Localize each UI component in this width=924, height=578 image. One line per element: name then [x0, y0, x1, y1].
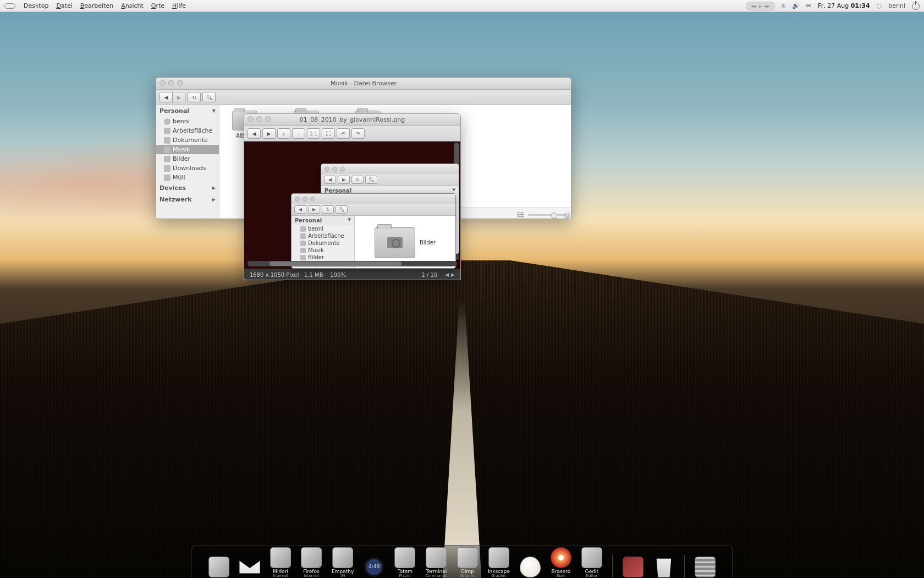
close-button[interactable]	[160, 80, 166, 86]
rotate-left-button[interactable]: ↶	[337, 128, 350, 139]
egg-icon	[520, 557, 541, 577]
reload-icon: ↻	[322, 205, 334, 214]
dock-item-clock[interactable]	[364, 557, 384, 578]
sidebar-item-music[interactable]: Musik	[156, 145, 219, 154]
menu-file[interactable]: Datei	[52, 2, 76, 9]
image-viewer-window[interactable]: 01_08_2010_by_giovanniRossi.png ◀ ▶ + – …	[244, 113, 461, 280]
forward-button[interactable]: ▶	[173, 92, 186, 102]
maximize-button[interactable]	[177, 80, 183, 86]
list-item: Dokumente	[292, 239, 354, 247]
horizontal-scrollbar[interactable]	[248, 261, 457, 266]
downloads-icon	[164, 165, 170, 172]
search-icon: 🔍	[365, 176, 377, 184]
dock-separator	[684, 555, 685, 578]
folder-icon	[375, 227, 415, 258]
dock: MidoriInternet FirefoxInternet EmpathyIM…	[191, 545, 733, 578]
reload-button[interactable]: ↻	[188, 92, 201, 102]
zoom-slider[interactable]	[528, 214, 566, 216]
menu-view[interactable]: Ansicht	[117, 2, 147, 9]
forward-icon: ▶	[338, 176, 350, 184]
dock-item-inkscape[interactable]: InkscapeGraphic	[488, 547, 510, 578]
image-filesize: 1,1 MB	[304, 272, 323, 278]
window-titlebar[interactable]: Musik - Datei-Browser	[156, 78, 571, 90]
close-button[interactable]	[248, 116, 254, 122]
dock-item-midori[interactable]: MidoriInternet	[270, 547, 291, 578]
resize-grip[interactable]	[564, 212, 570, 219]
dock-item-firefox[interactable]: FirefoxInternet	[301, 547, 322, 578]
media-controls[interactable]: ◂◂▸▸▸	[746, 2, 775, 10]
icon-view-button[interactable]	[518, 212, 524, 218]
pictures-icon	[164, 156, 170, 162]
volume-icon[interactable]: 🔊	[792, 2, 800, 9]
minimize-button[interactable]	[168, 80, 174, 86]
rotate-right-button[interactable]: ↷	[351, 128, 365, 139]
sidebar-item-benni[interactable]: benni	[156, 117, 219, 126]
image-canvas[interactable]: ◀ ▶ ↻ 🔍 Personal▼ ◀ ▶ ↻ 🔍 Pers	[244, 141, 460, 269]
zoom-fit-button[interactable]: ⛶	[322, 128, 335, 139]
mail-icon[interactable]: ✉	[806, 2, 811, 9]
dock-item-gimp[interactable]: GimpGraphic	[457, 547, 478, 578]
minimize-button[interactable]	[256, 116, 262, 122]
indicator-icon[interactable]: ⎋	[782, 2, 785, 9]
menu-help[interactable]: Hilfe	[168, 2, 190, 9]
prev-image-button[interactable]: ◀	[248, 128, 261, 139]
sidebar-section-devices[interactable]: Devices▶	[156, 182, 219, 194]
search-icon: 🔍	[336, 205, 348, 214]
music-icon	[164, 146, 170, 153]
dock-item-totem[interactable]: TotemPlayer	[394, 547, 415, 578]
list-item: Arbeitsfläche	[292, 232, 354, 239]
top-panel: Desktop Datei Bearbeiten Ansicht Orte Hi…	[0, 0, 924, 12]
dock-item-egg[interactable]	[520, 557, 541, 578]
zoom-out-button[interactable]: –	[292, 128, 305, 139]
clock[interactable]: Fr, 27 Aug 01:34	[818, 2, 870, 9]
dock-item-menu[interactable]	[695, 557, 716, 578]
sidebar-item-pictures[interactable]: Bilder	[156, 154, 219, 163]
zoom-actual-button[interactable]: 1:1	[307, 128, 320, 139]
viewer-statusbar: 924 x 578 Pixel 1,1 MB 100% 1 / 10 ◀▶	[244, 269, 460, 280]
documents-icon	[164, 137, 170, 144]
desktop-icon	[300, 233, 306, 239]
menu-icon	[695, 557, 716, 577]
user-icon	[300, 226, 306, 232]
brasero-icon	[551, 547, 571, 568]
user-status-icon[interactable]: ◌	[877, 2, 882, 9]
dock-item-trash[interactable]	[653, 557, 674, 578]
dock-item-nautilus[interactable]	[208, 557, 229, 578]
sidebar-section-network[interactable]: Netzwerk▶	[156, 194, 219, 205]
window-title: Musik - Datei-Browser	[331, 80, 397, 87]
power-icon[interactable]	[912, 2, 920, 10]
next-icon[interactable]: ▶	[451, 272, 455, 277]
firefox-icon	[301, 547, 322, 568]
dock-item-running-1[interactable]	[623, 557, 644, 578]
dock-item-empathy[interactable]: EmpathyIM	[332, 547, 354, 578]
search-button[interactable]: 🔍	[202, 92, 216, 102]
menu-app[interactable]: Desktop	[20, 2, 52, 9]
app-menu-icon[interactable]	[4, 3, 15, 9]
preview-window-front: ◀ ▶ ↻ 🔍 Personal▼ benni Arbeitsfläche Do…	[291, 193, 456, 269]
user-menu[interactable]: benni	[888, 2, 905, 9]
menu-places[interactable]: Orte	[147, 2, 168, 9]
dock-item-brasero[interactable]: BraseroBurn	[551, 547, 571, 578]
dock-item-terminal[interactable]: TerminalCommands	[425, 547, 447, 578]
maximize-button[interactable]	[265, 116, 271, 122]
menu-edit[interactable]: Bearbeiten	[76, 2, 117, 9]
trash-icon	[653, 557, 674, 577]
music-icon	[300, 248, 306, 253]
back-button[interactable]: ◀	[160, 92, 173, 102]
dock-separator	[612, 555, 613, 578]
dock-item-mail[interactable]	[239, 557, 260, 578]
window-titlebar[interactable]: 01_08_2010_by_giovanniRossi.png	[244, 114, 460, 126]
sidebar-item-trash[interactable]: Müll	[156, 173, 219, 182]
sidebar-item-desktop[interactable]: Arbeitsfläche	[156, 126, 219, 135]
sidebar-item-documents[interactable]: Dokumente	[156, 135, 219, 145]
sidebar-item-downloads[interactable]: Downloads	[156, 163, 219, 173]
zoom-in-button[interactable]: +	[277, 128, 290, 139]
user-icon	[164, 118, 170, 125]
viewer-toolbar: ◀ ▶ + – 1:1 ⛶ ↶ ↷	[244, 126, 460, 141]
sidebar-section-personal[interactable]: Personal▼	[156, 105, 219, 117]
prev-icon[interactable]: ◀	[445, 272, 449, 277]
next-image-button[interactable]: ▶	[262, 128, 276, 139]
gedit-icon	[581, 547, 602, 568]
dock-item-gedit[interactable]: GeditEditor	[581, 547, 602, 578]
image-zoom: 100%	[330, 272, 346, 278]
